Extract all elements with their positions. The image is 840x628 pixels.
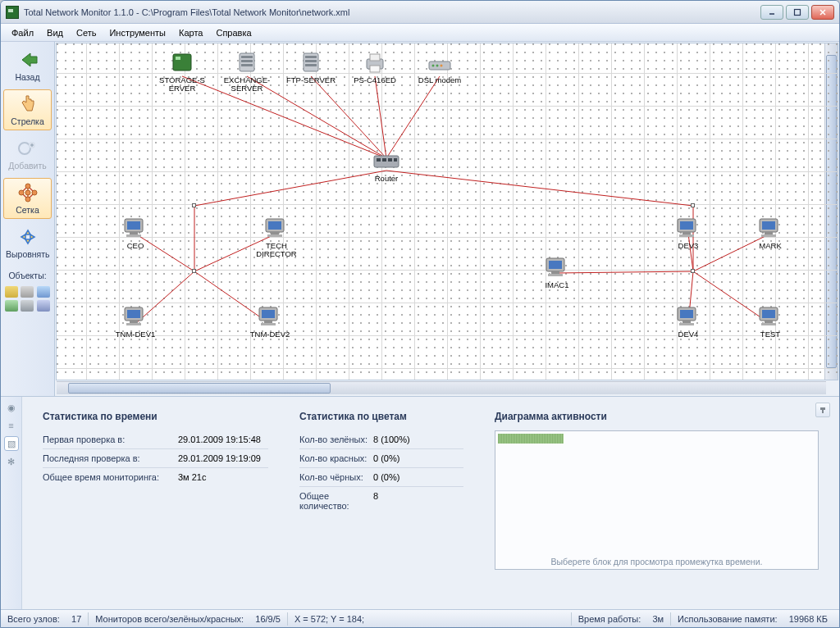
svg-line-21 — [375, 76, 386, 158]
node-storage-server[interactable]: STORAGE-S ERVER — [153, 50, 212, 93]
node-exchange-server[interactable]: EXCHANGE- SERVER — [217, 50, 276, 93]
menu-bar: Файл Вид Сеть Инструменты Карта Справка — [1, 24, 839, 42]
align-icon — [16, 226, 39, 248]
color-stats-panel: Статистика по цветам Кол-во зелёных:8 (1… — [287, 403, 476, 603]
activity-panel: Диаграмма активности Выберете блок для п… — [482, 403, 831, 603]
svg-point-51 — [436, 65, 439, 67]
svg-rect-76 — [551, 271, 559, 274]
svg-rect-93 — [761, 323, 776, 325]
align-button[interactable]: Выровнять — [3, 222, 52, 263]
app-window: Total Network Monitor 1.1.0 - C:\Program… — [0, 0, 840, 628]
object-palette — [3, 284, 52, 313]
svg-point-50 — [432, 65, 435, 67]
window-title: Total Network Monitor 1.1.0 - C:\Program… — [24, 7, 349, 17]
menu-map[interactable]: Карта — [173, 26, 208, 39]
svg-rect-60 — [130, 232, 138, 234]
svg-rect-54 — [377, 158, 381, 162]
svg-line-20 — [311, 76, 386, 158]
svg-rect-65 — [267, 234, 282, 237]
svg-rect-68 — [130, 321, 138, 323]
svg-rect-39 — [241, 56, 253, 58]
object-device-icon[interactable] — [5, 300, 18, 312]
menu-file[interactable]: Файл — [6, 26, 39, 39]
node-test[interactable]: TEST — [741, 304, 800, 339]
arrow-tool-button[interactable]: Стрелка — [3, 89, 52, 130]
svg-rect-44 — [305, 60, 317, 62]
time-stats-title: Статистика по времени — [43, 411, 268, 422]
node-tech-director[interactable]: TECH DIRECTOR — [247, 216, 306, 259]
svg-point-16 — [25, 197, 30, 202]
object-pc-icon[interactable] — [37, 286, 50, 298]
server-rack-icon — [232, 50, 262, 75]
node-ftp-server[interactable]: FTP-SERVER — [281, 50, 340, 84]
svg-rect-64 — [271, 232, 279, 234]
svg-point-15 — [32, 190, 37, 195]
node-ceo[interactable]: CEO — [106, 216, 165, 250]
horizontal-scrollbar[interactable] — [57, 381, 826, 394]
node-mark[interactable]: MARK — [741, 216, 800, 250]
panel-tab-list-icon[interactable]: ≡ — [4, 418, 19, 433]
minimize-button[interactable] — [760, 5, 783, 20]
object-laptop-icon[interactable] — [37, 300, 50, 312]
pc-icon — [255, 304, 285, 329]
object-monitor-icon[interactable] — [21, 300, 34, 312]
network-map[interactable]: STORAGE-S ERVER EXCHANGE- SERVER FTP-SER… — [56, 43, 838, 380]
menu-view[interactable]: Вид — [41, 26, 69, 39]
pc-icon — [673, 216, 703, 240]
object-folder-icon[interactable] — [5, 286, 18, 298]
svg-rect-81 — [679, 234, 694, 237]
svg-rect-92 — [765, 321, 773, 323]
activity-bar — [498, 434, 564, 444]
svg-rect-59 — [127, 221, 140, 230]
title-bar[interactable]: Total Network Monitor 1.1.0 - C:\Program… — [1, 1, 839, 24]
svg-line-18 — [182, 76, 386, 158]
back-icon — [16, 49, 39, 71]
node-dsl-modem[interactable]: DSL modem — [410, 50, 469, 84]
menu-tools[interactable]: Инструменты — [103, 26, 171, 39]
node-dev3[interactable]: DEV3 — [659, 216, 718, 250]
node-tnm-dev1[interactable]: TNM-DEV1 — [106, 304, 165, 339]
pc-icon — [262, 216, 291, 240]
node-dev4[interactable]: DEV4 — [659, 304, 718, 339]
grid-tool-button[interactable]: Сетка — [3, 178, 52, 219]
svg-rect-87 — [680, 310, 693, 318]
pc-icon — [121, 216, 150, 240]
activity-hint: Выберете блок для просмотра промежутка в… — [495, 557, 818, 567]
object-server-icon[interactable] — [21, 286, 34, 298]
activity-chart[interactable]: Выберете блок для просмотра промежутка в… — [495, 430, 819, 570]
back-button[interactable]: Назад — [3, 45, 52, 86]
node-router[interactable]: Router — [357, 148, 416, 183]
pin-button[interactable] — [815, 403, 830, 417]
svg-rect-88 — [682, 321, 691, 323]
node-tnm-dev2[interactable]: TNM-DEV2 — [240, 304, 299, 339]
svg-rect-45 — [305, 64, 317, 66]
svg-rect-48 — [370, 66, 380, 72]
node-imac1[interactable]: IMAC1 — [527, 255, 587, 289]
svg-rect-73 — [261, 323, 276, 325]
node-printer[interactable]: PS-C416ED — [345, 50, 404, 84]
server-icon — [167, 50, 197, 75]
maximize-button[interactable] — [786, 5, 809, 20]
panel-tab-eye-icon[interactable]: ◉ — [4, 400, 19, 415]
junction-dot — [192, 203, 196, 207]
menu-help[interactable]: Справка — [210, 26, 257, 39]
connection-lines — [57, 43, 838, 380]
svg-rect-85 — [761, 234, 776, 237]
close-button[interactable] — [811, 5, 834, 20]
panel-tab-chart-icon[interactable]: ▧ — [4, 436, 19, 451]
hand-pointer-icon — [16, 93, 39, 115]
svg-rect-79 — [680, 221, 693, 230]
color-stats-title: Статистика по цветам — [299, 411, 463, 422]
svg-rect-75 — [549, 261, 562, 269]
svg-point-52 — [441, 65, 443, 67]
svg-rect-69 — [126, 323, 141, 325]
add-button[interactable]: Добавить — [3, 134, 52, 175]
svg-rect-43 — [305, 56, 317, 58]
svg-rect-40 — [241, 60, 253, 62]
svg-rect-89 — [679, 323, 694, 325]
svg-rect-91 — [762, 310, 775, 318]
panel-tab-gear-icon[interactable]: ✻ — [4, 454, 19, 469]
time-stats-panel: Статистика по времени Первая проверка в:… — [30, 403, 281, 603]
menu-network[interactable]: Сеть — [71, 26, 102, 39]
svg-rect-71 — [262, 310, 275, 318]
